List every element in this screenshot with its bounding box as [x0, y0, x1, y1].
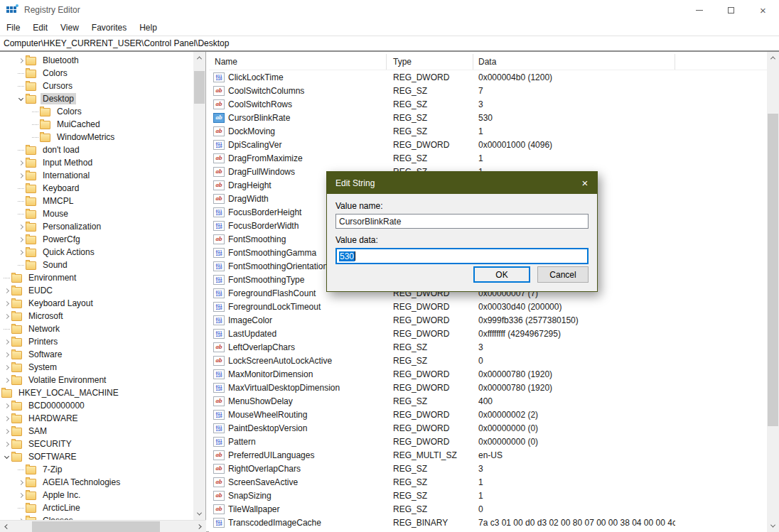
tree-item[interactable]: HKEY_LOCAL_MACHINE	[0, 386, 194, 399]
table-row[interactable]: abCoolSwitchColumnsREG_SZ7	[209, 84, 767, 97]
scroll-up-icon[interactable]	[193, 52, 205, 64]
menu-item-help[interactable]: Help	[133, 23, 163, 33]
maximize-button[interactable]	[715, 0, 747, 20]
tree-item[interactable]: AGEIA Technologies	[0, 476, 194, 489]
table-row[interactable]: 011110MaxVirtualDesktopDimensionREG_DWOR…	[209, 381, 767, 394]
expander-icon[interactable]	[16, 247, 26, 257]
expander-icon[interactable]	[1, 439, 11, 449]
tree-item[interactable]: Classes	[0, 514, 194, 520]
table-row[interactable]: abPreferredUILanguagesREG_MULTI_SZen-US	[209, 448, 767, 462]
table-row[interactable]: abTileWallpaperREG_SZ0	[209, 502, 767, 516]
tree-item[interactable]: ArcticLine	[0, 501, 194, 514]
table-row[interactable]: abRightOverlapCharsREG_SZ3	[209, 462, 767, 475]
scroll-left-icon[interactable]	[0, 521, 12, 532]
tree-item[interactable]: HARDWARE	[0, 412, 194, 425]
table-row[interactable]: abLockScreenAutoLockActiveREG_SZ0	[209, 354, 767, 367]
expander-icon[interactable]	[16, 234, 26, 244]
column-header-name[interactable]: Name	[209, 54, 387, 70]
list-vertical-scrollbar[interactable]	[767, 52, 779, 532]
tree-horizontal-scrollbar[interactable]	[0, 520, 206, 532]
tree-item[interactable]: Environment	[0, 271, 194, 284]
table-row[interactable]: abCoolSwitchRowsREG_SZ3	[209, 97, 767, 111]
table-row[interactable]: abCursorBlinkRateREG_SZ530	[209, 111, 767, 124]
table-row[interactable]: 011110PatternREG_DWORD0x00000000 (0)	[209, 435, 767, 448]
table-row[interactable]: abMenuShowDelayREG_SZ400	[209, 394, 767, 408]
table-row[interactable]: abLeftOverlapCharsREG_SZ3	[209, 340, 767, 354]
expander-icon[interactable]	[16, 158, 26, 168]
expander-icon[interactable]	[1, 311, 11, 321]
tree-item[interactable]: International	[0, 169, 194, 182]
tree-item[interactable]: Sound	[0, 259, 194, 271]
tree-item[interactable]: SOFTWARE	[0, 450, 194, 463]
menu-item-favorites[interactable]: Favorites	[85, 23, 133, 33]
expander-icon[interactable]	[1, 337, 11, 347]
tree-vertical-scrollbar[interactable]	[193, 52, 205, 520]
tree-item[interactable]: MMCPL	[0, 195, 194, 207]
tree-item[interactable]: Keyboard	[0, 182, 194, 195]
expander-icon[interactable]	[16, 55, 26, 65]
tree-item[interactable]: Apple Inc.	[0, 489, 194, 501]
expander-icon[interactable]	[1, 349, 11, 359]
table-row[interactable]: 011110ClickLockTimeREG_DWORD0x000004b0 (…	[209, 70, 767, 84]
expander-icon[interactable]	[1, 362, 11, 372]
table-row[interactable]: abScreenSaveActiveREG_SZ1	[209, 475, 767, 489]
value-name-input[interactable]	[335, 214, 589, 229]
tree-vscroll-thumb[interactable]	[194, 71, 205, 104]
tree-item[interactable]: Quick Actions	[0, 246, 194, 259]
tree-item[interactable]: EUDC	[0, 284, 194, 297]
expander-icon[interactable]	[1, 298, 11, 308]
column-header-data[interactable]: Data	[473, 54, 675, 70]
ok-button[interactable]: OK	[473, 266, 530, 283]
tree-hscroll-thumb[interactable]	[32, 521, 160, 532]
table-row[interactable]: 011110MouseWheelRoutingREG_DWORD0x000000…	[209, 408, 767, 421]
scroll-down-icon[interactable]	[767, 520, 779, 532]
table-row[interactable]: 011110MaxMonitorDimensionREG_DWORD0x0000…	[209, 367, 767, 381]
table-row[interactable]: 011110TranscodedImageCacheREG_BINARY7a c…	[209, 516, 767, 529]
tree-item[interactable]: 7-Zip	[0, 463, 194, 476]
table-row[interactable]: 011110ForegroundLockTimeoutREG_DWORD0x00…	[209, 300, 767, 313]
tree-item[interactable]: Network	[0, 322, 194, 335]
expander-icon[interactable]	[16, 490, 26, 500]
tree-item[interactable]: Mouse	[0, 207, 194, 220]
expander-icon[interactable]	[1, 286, 11, 295]
tree-item[interactable]: Personalization	[0, 220, 194, 233]
address-bar[interactable]: Computer\HKEY_CURRENT_USER\Control Panel…	[0, 36, 779, 52]
expander-icon[interactable]	[16, 222, 26, 232]
scroll-up-icon[interactable]	[767, 52, 779, 64]
table-row[interactable]: 011110ImageColorREG_DWORD0x999fb336 (257…	[209, 313, 767, 327]
menu-item-view[interactable]: View	[54, 23, 85, 33]
table-row[interactable]: abSnapSizingREG_SZ1	[209, 489, 767, 502]
tree-item[interactable]: SAM	[0, 425, 194, 438]
expander-icon[interactable]	[1, 426, 11, 436]
tree-item[interactable]: Bluetooth	[0, 54, 194, 67]
dialog-close-button[interactable]: ×	[573, 177, 597, 189]
menu-item-file[interactable]: File	[0, 23, 26, 33]
expander-icon[interactable]	[1, 413, 11, 423]
expander-icon[interactable]	[1, 375, 11, 385]
tree-item[interactable]: Software	[0, 348, 194, 361]
tree-item[interactable]: Volatile Environment	[0, 374, 194, 386]
table-row[interactable]: 011110LastUpdatedREG_DWORD0xffffffff (42…	[209, 327, 767, 340]
tree-item[interactable]: SECURITY	[0, 438, 194, 450]
tree-item[interactable]: WindowMetrics	[0, 131, 194, 143]
column-header-type[interactable]: Type	[387, 54, 473, 70]
tree-item[interactable]: Input Method	[0, 156, 194, 169]
tree-item[interactable]: Keyboard Layout	[0, 297, 194, 310]
expander-icon[interactable]	[16, 94, 26, 104]
list-vscroll-thumb[interactable]	[768, 114, 778, 426]
table-row[interactable]: abDragFromMaximizeREG_SZ1	[209, 151, 767, 165]
tree-item[interactable]: Microsoft	[0, 310, 194, 322]
expander-icon[interactable]	[16, 477, 26, 487]
table-row[interactable]: abDockMovingREG_SZ1	[209, 124, 767, 138]
expander-icon[interactable]	[16, 170, 26, 180]
menu-item-edit[interactable]: Edit	[26, 23, 54, 33]
close-button[interactable]: ×	[747, 0, 779, 20]
tree-item[interactable]: Colors	[0, 67, 194, 80]
tree-item[interactable]: PowerCfg	[0, 233, 194, 246]
scroll-down-icon[interactable]	[193, 508, 205, 520]
tree-item[interactable]: MuiCached	[0, 118, 194, 131]
tree-item[interactable]: System	[0, 361, 194, 374]
tree-item[interactable]: BCD00000000	[0, 399, 194, 412]
tree-item[interactable]: Printers	[0, 335, 194, 348]
tree-item[interactable]: Cursors	[0, 80, 194, 92]
